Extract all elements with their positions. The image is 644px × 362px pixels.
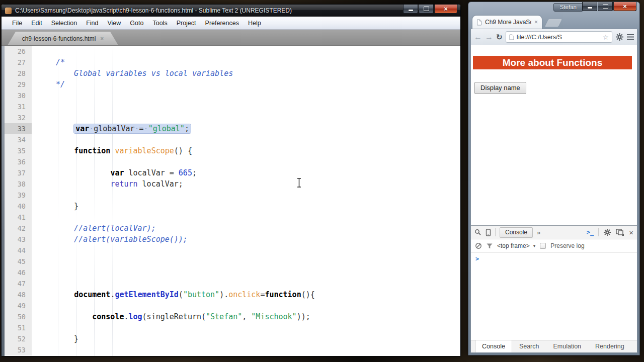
code-line[interactable]: 50 console.log(singleReturn("Stefan", "M… bbox=[5, 311, 460, 322]
line-number: 32 bbox=[5, 112, 32, 123]
console-prompt[interactable]: > bbox=[475, 255, 479, 262]
menu-icon[interactable] bbox=[627, 34, 634, 36]
menu-item-file[interactable]: File bbox=[8, 20, 27, 27]
code-line[interactable]: 34 bbox=[5, 134, 460, 145]
minimize-button[interactable] bbox=[403, 5, 418, 14]
code-line[interactable]: 37 var localVar = 665; bbox=[5, 167, 460, 178]
chrome-titlebar[interactable]: Stefan × bbox=[468, 2, 639, 14]
minimize-button[interactable] bbox=[582, 2, 597, 11]
code-line[interactable]: 28 Global variables vs local variables bbox=[5, 68, 460, 79]
reload-button[interactable]: ↻ bbox=[496, 33, 503, 41]
code-line[interactable]: 45 bbox=[5, 256, 460, 267]
code-line[interactable]: 32 bbox=[5, 112, 460, 123]
code-line[interactable]: 51 bbox=[5, 322, 460, 333]
tab-close-icon[interactable]: × bbox=[534, 19, 538, 26]
code-line[interactable]: 29*/ bbox=[5, 79, 460, 90]
code-token: //alert(variableScope()); bbox=[56, 235, 188, 244]
sublime-menubar: FileEditSelectionFindViewGotoToolsProjec… bbox=[2, 17, 460, 30]
sublime-titlebar[interactable]: C:\Users\Samsung\Desktop\javaScript\ch9-… bbox=[2, 5, 460, 17]
code-line[interactable]: 38 return localVar; bbox=[5, 178, 460, 190]
devtools-toolbar: Console » >_ × bbox=[471, 226, 637, 239]
menu-item-goto[interactable]: Goto bbox=[125, 20, 148, 27]
bookmark-star-icon[interactable]: ☆ bbox=[602, 34, 609, 41]
settings-gear-icon[interactable] bbox=[603, 228, 611, 236]
line-number: 41 bbox=[5, 212, 32, 223]
drawer-tab-emulation[interactable]: Emulation bbox=[546, 340, 588, 352]
console-output[interactable]: > bbox=[471, 253, 637, 340]
menu-item-selection[interactable]: Selection bbox=[47, 20, 82, 27]
url-text: file:///C:/Users/S bbox=[517, 34, 600, 41]
menu-item-find[interactable]: Find bbox=[82, 20, 103, 27]
line-number: 40 bbox=[5, 201, 32, 212]
code-text: console.log(singleReturn("Stefan", "Misc… bbox=[32, 311, 310, 322]
clear-console-icon[interactable] bbox=[475, 242, 482, 249]
devtools-console-tab[interactable]: Console bbox=[500, 227, 533, 238]
code-line[interactable]: 53 bbox=[5, 344, 460, 355]
editor-area: 2627/*28 Global variables vs local varia… bbox=[2, 46, 460, 356]
line-number: 37 bbox=[5, 167, 32, 178]
sublime-tabbar: ch9-lesson-6-functions.html × bbox=[2, 30, 460, 46]
code-editor[interactable]: 2627/*28 Global variables vs local varia… bbox=[5, 46, 460, 356]
close-button[interactable]: × bbox=[613, 2, 636, 11]
code-text bbox=[32, 267, 56, 278]
code-line[interactable]: 31 bbox=[5, 101, 460, 112]
code-line[interactable]: 49 bbox=[5, 300, 460, 311]
code-line[interactable]: 44 bbox=[5, 245, 460, 256]
console-drawer-icon[interactable]: >_ bbox=[587, 229, 594, 236]
menu-item-help[interactable]: Help bbox=[244, 20, 266, 27]
maximize-button[interactable] bbox=[598, 2, 613, 11]
maximize-button[interactable] bbox=[419, 5, 434, 14]
code-text bbox=[32, 212, 56, 223]
menu-item-tools[interactable]: Tools bbox=[148, 20, 172, 27]
search-icon[interactable] bbox=[474, 229, 481, 236]
code-line[interactable]: 47 bbox=[5, 278, 460, 289]
drawer-tab-rendering[interactable]: Rendering bbox=[588, 340, 631, 352]
code-line[interactable]: 36 bbox=[5, 156, 460, 167]
filter-funnel-icon[interactable] bbox=[487, 243, 493, 249]
frame-selector-dropdown[interactable]: <top frame> ▾ bbox=[497, 242, 535, 249]
device-mode-icon[interactable] bbox=[486, 229, 491, 236]
desktop: C:\Users\Samsung\Desktop\javaScript\ch9-… bbox=[0, 0, 644, 362]
code-line[interactable]: 40 } bbox=[5, 201, 460, 212]
editor-tab[interactable]: ch9-lesson-6-functions.html × bbox=[8, 32, 118, 45]
new-tab-button[interactable] bbox=[545, 19, 561, 27]
overflow-chevrons[interactable]: » bbox=[537, 229, 540, 236]
close-button[interactable]: × bbox=[434, 5, 457, 14]
code-line[interactable]: 41 bbox=[5, 212, 460, 223]
code-line[interactable]: 46 bbox=[5, 267, 460, 278]
code-line[interactable]: 35 function variableScope() { bbox=[5, 145, 460, 156]
profile-badge[interactable]: Stefan bbox=[553, 3, 583, 12]
menu-item-edit[interactable]: Edit bbox=[27, 20, 47, 27]
drawer-tab-console[interactable]: Console bbox=[475, 340, 512, 352]
menu-item-project[interactable]: Project bbox=[172, 20, 201, 27]
devtools-close-icon[interactable]: × bbox=[629, 229, 633, 236]
maximize-icon bbox=[424, 7, 429, 11]
code-token: var bbox=[110, 168, 124, 177]
code-line[interactable]: 39 bbox=[5, 190, 460, 201]
code-line[interactable]: 52 } bbox=[5, 333, 460, 344]
code-line[interactable]: 27/* bbox=[5, 57, 460, 68]
code-text bbox=[32, 256, 56, 267]
code-line[interactable]: 42 //alert(localVar); bbox=[5, 223, 460, 234]
sublime-window: C:\Users\Samsung\Desktop\javaScript\ch9-… bbox=[1, 4, 461, 356]
code-line[interactable]: 33 var·globalVar·=·"global"; bbox=[5, 123, 460, 134]
code-line[interactable]: 43 //alert(variableScope()); bbox=[5, 234, 460, 245]
menu-item-preferences[interactable]: Preferences bbox=[201, 20, 244, 27]
tab-close-icon[interactable]: × bbox=[100, 35, 104, 42]
preserve-log-checkbox[interactable] bbox=[540, 243, 546, 249]
back-button[interactable]: ← bbox=[474, 33, 482, 41]
code-line[interactable]: 30 bbox=[5, 90, 460, 101]
dock-side-icon[interactable] bbox=[616, 229, 624, 236]
drawer-tab-search[interactable]: Search bbox=[512, 340, 546, 352]
menu-item-view[interactable]: View bbox=[103, 20, 125, 27]
code-text: } bbox=[32, 333, 78, 344]
line-number: 42 bbox=[5, 223, 32, 234]
forward-button[interactable]: → bbox=[485, 33, 493, 41]
code-line[interactable]: 48 document.getElementById("button").onc… bbox=[5, 289, 460, 300]
code-line[interactable]: 26 bbox=[5, 46, 460, 57]
code-token: //alert(localVar); bbox=[56, 224, 156, 233]
display-name-button[interactable]: Display name bbox=[474, 82, 526, 94]
gear-icon[interactable] bbox=[615, 33, 624, 41]
browser-tab[interactable]: Ch9 More JavaScript × bbox=[472, 16, 542, 29]
address-bar[interactable]: file:///C:/Users/S ☆ bbox=[506, 31, 612, 43]
